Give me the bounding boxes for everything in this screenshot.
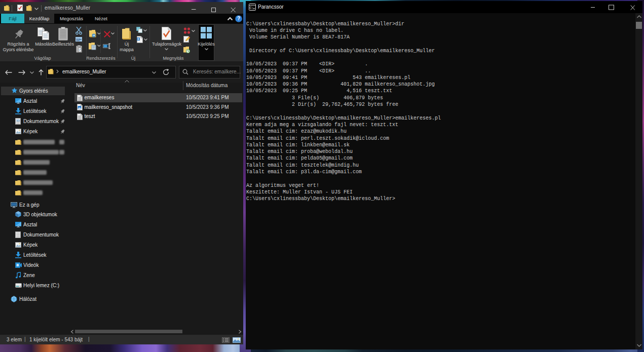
svg-text:C:: C: xyxy=(250,7,254,10)
